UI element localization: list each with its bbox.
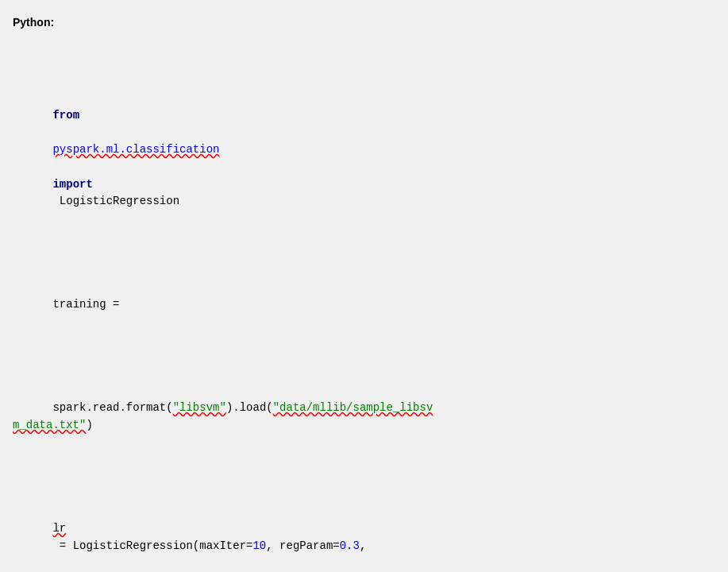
code-container: Python: from pyspark.ml.classification i… (0, 0, 728, 572)
string-libsvm: "libsvm" (173, 401, 226, 414)
code-line-1: from pyspark.ml.classification import Lo… (13, 90, 715, 228)
keyword-from: from (52, 109, 79, 122)
code-line-2: training = (13, 280, 715, 331)
section-label: Python: (13, 16, 715, 29)
code-line-4: lr = LogisticRegression(maxIter=10, regP… (13, 504, 715, 572)
lr-var: lr (52, 522, 66, 535)
module-pyspark: pyspark.ml.classification (52, 143, 219, 156)
code-line-3: spark.read.format("libsvm").load("data/m… (13, 383, 715, 452)
code-block: from pyspark.ml.classification import Lo… (13, 38, 715, 572)
keyword-import: import (52, 178, 92, 191)
